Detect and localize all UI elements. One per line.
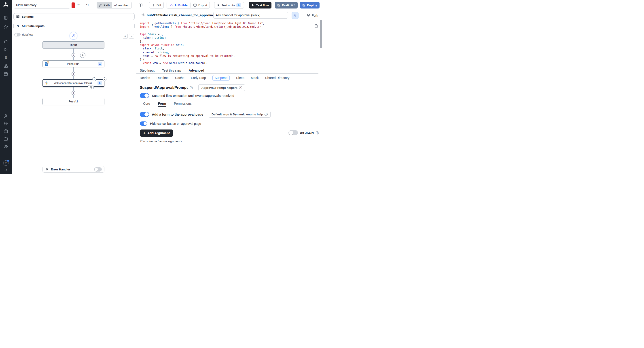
tab-mock[interactable]: Mock xyxy=(251,76,259,80)
error-handler-toggle[interactable] xyxy=(94,167,102,172)
flow-node-inline-bun[interactable]: TS Inline Bun a xyxy=(42,60,104,67)
users-nav-icon[interactable] xyxy=(4,114,8,118)
dataflow-toggle[interactable] xyxy=(14,33,20,36)
suspend-toggle-label: Suspend flow execution until events/appr… xyxy=(152,94,234,98)
info-icon[interactable]: i xyxy=(190,86,193,89)
fork-label: Fork xyxy=(312,14,318,17)
tab-test-this-step[interactable]: Test this step xyxy=(162,67,181,73)
path-control[interactable]: Path u/henri/ben xyxy=(96,2,132,8)
sliders-icon xyxy=(16,15,20,18)
settings-gear-icon[interactable] xyxy=(4,122,8,126)
as-json-toggle[interactable] xyxy=(288,130,298,135)
tab-shared-directory[interactable]: Shared Directory xyxy=(265,76,290,80)
hide-cancel-toggle[interactable] xyxy=(140,122,147,126)
error-handler-row[interactable]: Error Handler xyxy=(42,166,104,173)
info-icon[interactable]: i xyxy=(316,131,319,134)
fork-button[interactable]: Fork xyxy=(304,12,320,19)
deploy-label: Deploy xyxy=(307,4,317,7)
runs-nav-icon[interactable] xyxy=(4,48,8,52)
insert-step-button[interactable]: + xyxy=(72,91,75,95)
fork-icon xyxy=(307,14,310,17)
insert-step-button[interactable]: + xyxy=(72,72,75,76)
phone-incoming-icon xyxy=(294,14,296,17)
docs-button[interactable] xyxy=(137,2,144,8)
zoom-out-button[interactable]: − xyxy=(129,34,134,39)
schedules-nav-icon[interactable] xyxy=(4,72,8,76)
advanced-tabs: Retries Runtime Cache Early Stop Suspend… xyxy=(136,74,318,81)
phone-incoming-icon xyxy=(90,86,92,88)
insert-step-button[interactable]: + xyxy=(72,53,75,57)
plus-icon: + xyxy=(124,35,126,38)
step-name-input[interactable] xyxy=(213,12,288,18)
apps-nav-icon[interactable] xyxy=(4,16,8,20)
tab-sleep[interactable]: Sleep xyxy=(236,76,244,80)
undo-button[interactable]: ↶ xyxy=(75,2,82,8)
add-branch-button[interactable]: + xyxy=(92,78,96,81)
bun-icon xyxy=(47,61,49,64)
add-argument-button[interactable]: + Add Argument xyxy=(140,130,173,137)
ai-flow-wand-button[interactable] xyxy=(70,32,77,40)
window-scrollbar-thumb[interactable] xyxy=(320,20,322,48)
suspend-toggle[interactable] xyxy=(140,93,149,98)
step-badge: b xyxy=(236,3,241,7)
tab-advanced[interactable]: Advanced xyxy=(189,67,204,73)
tab-permissions[interactable]: Permissions xyxy=(174,100,192,107)
test-up-to-button[interactable]: Test up to b xyxy=(214,2,244,8)
zoom-in-button[interactable]: + xyxy=(123,34,128,39)
flow-summary-input[interactable] xyxy=(14,2,70,8)
add-trigger-button[interactable] xyxy=(80,52,86,58)
copy-code-button[interactable] xyxy=(314,24,318,28)
approval-prompt-helpers-button[interactable]: Approval/Prompt helpers i xyxy=(198,84,245,91)
diff-button[interactable]: Diff xyxy=(149,2,164,8)
folders-nav-icon[interactable] xyxy=(4,137,8,141)
delete-step-button[interactable]: × xyxy=(103,78,106,81)
tab-core[interactable]: Core xyxy=(143,100,150,107)
flow-node-input[interactable]: Input xyxy=(42,42,104,48)
magic-wand-icon xyxy=(72,34,75,38)
draft-button[interactable]: Draft ⌘S xyxy=(275,2,298,8)
flow-settings-row[interactable]: Settings xyxy=(14,13,134,20)
tab-runtime[interactable]: Runtime xyxy=(156,76,168,80)
static-inputs-row[interactable]: $ All Static Inputs xyxy=(14,23,134,29)
pencil-icon xyxy=(99,4,102,7)
tab-step-input[interactable]: Step Input xyxy=(140,67,154,73)
export-button[interactable]: Export xyxy=(190,2,210,8)
tab-early-stop[interactable]: Early Stop xyxy=(191,76,206,80)
flow-node-result[interactable]: Result xyxy=(42,98,104,105)
hub-script-breadcrumb[interactable]: hub/2439/slack/ask_channel_for_approval xyxy=(147,13,214,17)
add-form-label: Add a form to the approval page xyxy=(152,112,203,116)
path-label: Path xyxy=(104,4,110,7)
book-icon xyxy=(139,3,142,7)
ai-builder-button[interactable]: AI Builder xyxy=(166,2,192,8)
tab-form[interactable]: Form xyxy=(158,100,166,107)
favorites-star-icon[interactable] xyxy=(4,24,8,29)
audit-logs-eye-icon[interactable] xyxy=(4,144,8,149)
static-inputs-label: All Static Inputs xyxy=(22,24,44,28)
redo-button[interactable]: ↷ xyxy=(84,2,91,8)
draft-shortcut: ⌘S xyxy=(291,4,296,7)
resources-nav-icon[interactable] xyxy=(4,64,8,68)
deploy-button[interactable]: Deploy xyxy=(300,2,320,8)
test-up-to-label: Test up to xyxy=(222,4,235,7)
path-value[interactable]: u/henri/ben xyxy=(112,2,132,8)
variables-nav-icon[interactable]: $ xyxy=(4,56,8,60)
redo-icon: ↷ xyxy=(86,3,89,7)
suspend-enabled-button[interactable] xyxy=(292,12,298,19)
tab-retries[interactable]: Retries xyxy=(140,76,150,80)
test-flow-button[interactable]: Test flow xyxy=(249,2,272,8)
home-nav-icon[interactable] xyxy=(4,39,8,44)
suspend-indicator-chip[interactable] xyxy=(88,85,94,89)
node-id-badge: a xyxy=(98,62,102,66)
collapse-sidebar-arrow-icon[interactable] xyxy=(4,168,8,172)
tab-cache[interactable]: Cache xyxy=(175,76,184,80)
add-form-toggle[interactable] xyxy=(140,112,149,117)
default-args-help-button[interactable]: Default args & Dynamic enums help i xyxy=(209,111,270,118)
help-button[interactable]: ? xyxy=(3,160,8,166)
code-editor[interactable]: import { getResumeUrls } from "https://d… xyxy=(136,22,315,65)
step-tabs: Step Input Test this step Advanced xyxy=(136,67,318,74)
workers-briefcase-icon[interactable] xyxy=(4,129,8,133)
path-segment[interactable]: Path xyxy=(97,2,112,8)
minus-icon: − xyxy=(130,35,132,38)
package-icon xyxy=(193,3,197,7)
tab-suspend[interactable]: Suspend xyxy=(212,75,230,80)
